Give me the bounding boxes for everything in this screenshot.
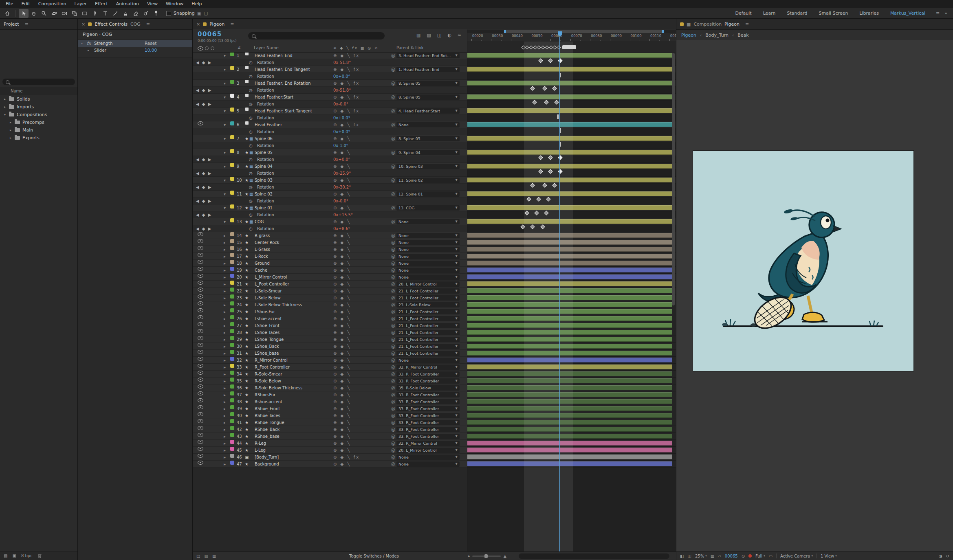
visibility-eye-icon[interactable] [198, 364, 203, 368]
layer-switches[interactable]: ⊕ ◆ ╲ [333, 281, 351, 288]
layer-row[interactable]: ▸33★R_Foot Controller⊕ ◆ ╲@32. R_Mirror … [193, 364, 676, 371]
stopwatch-icon[interactable]: ◷ [249, 184, 253, 191]
layer-row[interactable]: ▾13★▦COG⊕ ◆ ╲@None▼ [193, 218, 676, 225]
stopwatch-icon[interactable]: ◷ [249, 156, 253, 163]
snapping-control[interactable]: Snapping ▣ ▢ [166, 11, 208, 16]
parent-pickwhip-icon[interactable]: @ [391, 301, 395, 308]
layer-twirl-icon[interactable]: ▸ [224, 350, 226, 357]
layer-switches[interactable]: ⊕ ◆ ╲ [333, 398, 351, 405]
layer-color-swatch[interactable] [230, 357, 234, 361]
layer-switches[interactable]: ⊕ ◆ ╲ [333, 419, 351, 426]
visibility-eye-icon[interactable] [198, 412, 203, 416]
keyframe-track[interactable] [467, 101, 676, 108]
layer-color-swatch[interactable] [230, 218, 234, 222]
layer-twirl-icon[interactable]: ▸ [224, 364, 226, 371]
layer-duration-bar[interactable] [467, 316, 672, 321]
eraser-tool[interactable] [131, 9, 141, 18]
parent-pickwhip-icon[interactable]: @ [391, 419, 395, 426]
snapshot-icon[interactable]: ⊙ [742, 554, 745, 558]
stopwatch-icon[interactable]: ◷ [249, 211, 253, 218]
property-row-rotation[interactable]: ◷Rotation0x-1.0° [193, 142, 676, 149]
rotation-value[interactable]: 0x+0.0° [333, 156, 350, 163]
parent-link-select[interactable]: None▼ [396, 254, 460, 259]
frame-blend-toggle-icon[interactable]: ▥ [204, 554, 208, 558]
composition-tabbar[interactable]: ▦ Composition Pigeon ≡ [676, 19, 953, 30]
layer-switches[interactable]: ⊕ ◆ ╲ [333, 267, 351, 274]
layer-row[interactable]: ▸22★L-Sole-Smear⊕ ◆ ╲@21. L_Foot Control… [193, 288, 676, 294]
parent-pickwhip-icon[interactable]: @ [391, 391, 395, 398]
keyframe-track[interactable] [467, 170, 676, 177]
clone-stamp-tool[interactable] [121, 9, 130, 18]
layer-duration-bar[interactable] [467, 94, 672, 99]
workspace-small-screen[interactable]: Small Screen [819, 11, 848, 16]
stopwatch-icon[interactable]: ◷ [249, 59, 253, 66]
parent-pickwhip-icon[interactable]: @ [391, 315, 395, 322]
layer-twirl-icon[interactable]: ▾ [224, 66, 226, 73]
layer-duration-bar[interactable] [467, 247, 672, 252]
layer-twirl-icon[interactable]: ▸ [224, 440, 226, 447]
layer-duration-bar[interactable] [467, 295, 672, 300]
layer-switches[interactable]: ⊕ ◆ ╲ [333, 440, 351, 447]
layer-duration-bar[interactable] [467, 448, 672, 452]
parent-pickwhip-icon[interactable]: @ [391, 384, 395, 391]
zoom-out-mountain-icon[interactable]: ▲ [468, 554, 470, 558]
keyframe-summary-strip[interactable] [467, 42, 676, 53]
layer-duration-bar[interactable] [467, 399, 672, 404]
parent-pickwhip-icon[interactable]: @ [391, 260, 395, 267]
layer-twirl-icon[interactable]: ▸ [224, 384, 226, 391]
parent-link-select[interactable]: 8. Spine 05▼ [396, 81, 460, 86]
layer-twirl-icon[interactable]: ▸ [224, 281, 226, 288]
layer-twirl-icon[interactable]: ▸ [224, 412, 226, 419]
layer-twirl-icon[interactable]: ▸ [224, 391, 226, 398]
stopwatch-icon[interactable]: ◷ [249, 114, 253, 121]
layer-switches[interactable]: ⊕ ◆ ╲ [333, 350, 351, 357]
layer-duration-bar[interactable] [467, 392, 672, 397]
layer-duration-bar[interactable] [467, 67, 672, 72]
layer-duration-bar[interactable] [467, 371, 672, 376]
home-tool[interactable] [2, 9, 12, 18]
layer-twirl-icon[interactable]: ▸ [224, 260, 226, 267]
layer-duration-bar[interactable] [467, 427, 672, 432]
layer-row[interactable]: ▸28★LShoe_laces⊕ ◆ ╲@21. L_Foot Controll… [193, 329, 676, 336]
visibility-eye-icon[interactable] [198, 315, 203, 319]
layer-switches[interactable]: ⊕ ◆ ╲ [333, 163, 351, 170]
project-folder-imports[interactable]: ▸Imports [0, 103, 77, 111]
parent-pickwhip-icon[interactable]: @ [391, 378, 395, 384]
layer-switches[interactable]: ⊕ ◆ ╲ [333, 329, 351, 336]
layer-switches[interactable]: ⊕ ◆ ╲ [333, 461, 351, 468]
keyframe-navigator[interactable]: ◀ ◆ ▶ [196, 170, 212, 177]
parent-link-select[interactable]: 11. Spine 02▼ [396, 178, 460, 183]
layer-row[interactable]: ▾10★▦Spine 03⊕ ◆ ╲@11. Spine 02▼ [193, 177, 676, 184]
layer-twirl-icon[interactable]: ▸ [224, 343, 226, 350]
property-row-rotation[interactable]: ◀ ◆ ▶◷Rotation0x-0.0° [193, 101, 676, 108]
parent-pickwhip-icon[interactable]: @ [391, 281, 395, 288]
visibility-eye-icon[interactable] [198, 232, 203, 236]
roto-brush-tool[interactable] [141, 9, 151, 18]
layer-color-swatch[interactable] [230, 336, 234, 340]
layer-twirl-icon[interactable]: ▾ [224, 121, 226, 128]
layer-switches[interactable]: ⊕ ◆ ╲ [333, 384, 351, 391]
parent-pickwhip-icon[interactable]: @ [391, 204, 395, 211]
keyframe-diamond[interactable] [542, 86, 547, 90]
layer-row[interactable]: ▸32★R_Mirror Control⊕ ◆ ╲@None▼ [193, 357, 676, 364]
layer-duration-bar[interactable] [467, 330, 672, 335]
layer-switches[interactable]: ⊕ ◆ ╲ [333, 433, 351, 440]
layer-row[interactable]: ▸37★RShoe-Fur⊕ ◆ ╲@33. R_Foot Controller… [193, 391, 676, 398]
layer-color-swatch[interactable] [230, 191, 234, 195]
layer-color-swatch[interactable] [230, 274, 234, 278]
work-area-start-handle[interactable] [504, 30, 506, 33]
layer-switches[interactable]: ⊕ ◆ ╲ [333, 322, 351, 329]
layer-duration-bar[interactable] [467, 378, 672, 383]
timeline-search-input[interactable] [248, 32, 385, 40]
expand-layers-icon[interactable]: ▤ [196, 554, 200, 558]
composition-canvas[interactable] [693, 151, 913, 371]
keyframe-track[interactable] [467, 225, 676, 232]
parent-pickwhip-icon[interactable]: @ [391, 329, 395, 336]
workspace-overflow-icon[interactable]: » [944, 11, 947, 16]
layer-color-swatch[interactable] [230, 454, 234, 458]
property-row-rotation[interactable]: ◀ ◆ ▶◷Rotation0x+8.6° [193, 225, 676, 232]
twirl-icon[interactable]: ▸ [9, 128, 12, 132]
layer-row[interactable]: ▾3Head Feather: End Rotation⊕ ◆ ╲ fx@8. … [193, 80, 676, 87]
comp-crumb-beak[interactable]: Beak [737, 33, 748, 38]
layer-switches[interactable]: ⊕ ◆ ╲ [333, 308, 351, 315]
